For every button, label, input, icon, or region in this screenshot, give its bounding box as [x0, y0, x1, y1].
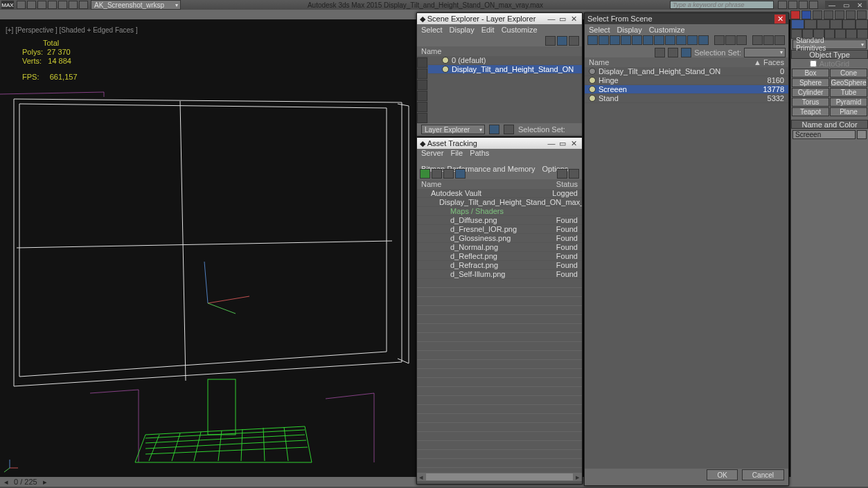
filter-spacewarps-icon[interactable] — [643, 35, 653, 45]
autogrid-checkbox[interactable]: AutoGrid — [791, 59, 868, 68]
tab-utilities-icon[interactable] — [856, 19, 869, 29]
project-icon[interactable] — [79, 1, 88, 9]
menu-paths[interactable]: Paths — [470, 149, 489, 158]
menu-customize[interactable]: Customize — [649, 26, 685, 34]
asset-row[interactable]: Maps / Shaders — [417, 207, 582, 216]
display-cameras-icon[interactable] — [417, 102, 427, 112]
select-from-scene-list[interactable]: Display_Tilt_and_Height_Stand_ON0 Hinge8… — [585, 67, 788, 469]
prim-box-button[interactable]: Box — [792, 69, 829, 78]
list-icon[interactable] — [443, 169, 454, 179]
menu-select[interactable]: Select — [421, 26, 443, 34]
asset-row[interactable]: d_Diffuse.pngFound — [417, 216, 582, 225]
undo-icon[interactable] — [48, 1, 57, 9]
layer-row[interactable]: 0 (default) — [428, 56, 582, 65]
highlight-icon[interactable] — [455, 169, 466, 179]
prim-geosphere-button[interactable]: GeoSphere — [830, 78, 867, 87]
pin-icon[interactable] — [489, 125, 499, 134]
scene-explorer-header[interactable]: Name — [417, 46, 582, 56]
render-frame-icon[interactable] — [846, 10, 856, 19]
filter-groups-icon[interactable] — [654, 35, 664, 45]
asset-row[interactable]: d_Self-Illum.pngFound — [417, 270, 582, 279]
render-setup-icon[interactable] — [835, 10, 844, 19]
object-row[interactable]: Display_Tilt_and_Height_Stand_ON0 — [585, 67, 788, 76]
close-icon[interactable]: ✕ — [568, 139, 579, 148]
asset-row[interactable]: d_Refract.pngFound — [417, 261, 582, 270]
lock-icon[interactable] — [681, 48, 691, 57]
select-from-scene-titlebar[interactable]: Select From Scene ✕ — [585, 13, 788, 24]
view-list-icon[interactable] — [752, 35, 763, 45]
close-icon[interactable]: ✕ — [568, 15, 579, 24]
asset-scrollbar[interactable]: ◂▸ — [417, 473, 582, 481]
asset-tracking-window[interactable]: ◆ Asset Tracking — ▭ ✕ Server File Paths… — [416, 137, 583, 485]
view-collapse-icon[interactable] — [774, 35, 785, 45]
help-icon[interactable] — [809, 1, 818, 9]
save-icon[interactable] — [37, 1, 46, 9]
asset-tracking-list[interactable]: Autodesk VaultLogged Display_Tilt_and_He… — [417, 189, 582, 473]
asset-tracking-titlebar[interactable]: ◆ Asset Tracking — ▭ ✕ — [417, 138, 582, 149]
exchange-icon[interactable] — [788, 1, 797, 9]
sync-selection-icon[interactable] — [668, 48, 678, 57]
layer-row[interactable]: Display_Tilt_and_Height_Stand_ON — [428, 65, 582, 74]
menu-server[interactable]: Server — [421, 149, 443, 158]
object-color-swatch[interactable] — [857, 130, 867, 139]
tab-display-icon[interactable] — [842, 19, 856, 29]
menu-customize[interactable]: Customize — [502, 26, 538, 34]
select-from-scene-window[interactable]: Select From Scene ✕ Select Display Custo… — [584, 12, 789, 486]
render-icon[interactable] — [857, 10, 867, 19]
object-row[interactable]: Hinge8160 — [585, 76, 788, 85]
asset-row[interactable]: Autodesk VaultLogged — [417, 189, 582, 198]
sub-systems-icon[interactable] — [857, 29, 868, 39]
filter-xrefs-icon[interactable] — [665, 35, 675, 45]
view-tree-icon[interactable] — [763, 35, 774, 45]
minimize-icon[interactable]: — — [546, 139, 557, 147]
select-from-scene-header[interactable]: Name ▲ Faces — [585, 57, 788, 67]
workspace-dropdown[interactable]: AK_Screenshot_wrksp — [91, 0, 181, 10]
open-icon[interactable] — [27, 1, 36, 9]
prim-plane-button[interactable]: Plane — [830, 107, 867, 116]
status-icon[interactable] — [557, 169, 567, 179]
cancel-button[interactable]: Cancel — [742, 469, 784, 480]
prim-cone-button[interactable]: Cone — [830, 69, 867, 78]
filter-containers-icon[interactable] — [687, 35, 698, 45]
name-color-rollout[interactable]: Name and Color — [791, 120, 868, 129]
prim-torus-button[interactable]: Torus — [792, 98, 829, 107]
schematic-icon[interactable] — [813, 10, 822, 19]
display-shapes-icon[interactable] — [417, 80, 427, 90]
scene-explorer-tree[interactable]: 0 (default) Display_Tilt_and_Height_Stan… — [428, 56, 582, 123]
asset-row[interactable]: d_Fresnel_IOR.pngFound — [417, 225, 582, 234]
maximize-icon[interactable]: ▭ — [557, 139, 568, 148]
menu-select[interactable]: Select — [589, 26, 610, 34]
timeline-prev-icon[interactable]: ◂ — [4, 478, 8, 487]
display-all-icon[interactable] — [417, 57, 427, 68]
tab-motion-icon[interactable] — [830, 19, 843, 29]
asset-row[interactable]: Display_Tilt_and_Height_Stand_ON_max_vra… — [417, 198, 582, 207]
filter-geometry-icon[interactable] — [587, 35, 598, 45]
toggle-ribbon-icon[interactable] — [790, 10, 800, 19]
menu-edit[interactable]: Edit — [481, 26, 495, 34]
menu-file[interactable]: File — [450, 149, 463, 158]
close-icon[interactable]: ✕ — [853, 1, 867, 9]
refresh-icon[interactable] — [420, 169, 430, 179]
asset-tracking-header[interactable]: Name Status — [417, 179, 582, 189]
display-geometry-icon[interactable] — [417, 69, 427, 79]
options-icon[interactable] — [569, 169, 579, 179]
object-name-field[interactable]: Screeen — [792, 130, 856, 139]
primitive-category-dropdown[interactable]: Standard Primitives — [792, 39, 867, 49]
ok-button[interactable]: OK — [707, 469, 737, 480]
object-row[interactable]: Screeen13778 — [585, 85, 788, 94]
filter-frozen-icon[interactable] — [698, 35, 709, 45]
tree-icon[interactable] — [432, 169, 442, 179]
curve-editor-icon[interactable] — [801, 10, 811, 19]
filter-shapes-icon[interactable] — [599, 35, 609, 45]
minimize-icon[interactable]: — — [825, 1, 839, 9]
signin-icon[interactable] — [778, 1, 787, 9]
object-row[interactable]: Stand5332 — [585, 94, 788, 103]
filter-bones-icon[interactable] — [676, 35, 687, 45]
find-icon[interactable] — [655, 48, 665, 57]
prim-tube-button[interactable]: Tube — [830, 88, 867, 97]
asset-row[interactable]: d_Glossiness.pngFound — [417, 234, 582, 243]
prim-pyramid-button[interactable]: Pyramid — [830, 98, 867, 107]
tab-modify-icon[interactable] — [804, 19, 817, 29]
lock-icon[interactable] — [504, 125, 514, 134]
menu-display[interactable]: Display — [617, 26, 642, 34]
